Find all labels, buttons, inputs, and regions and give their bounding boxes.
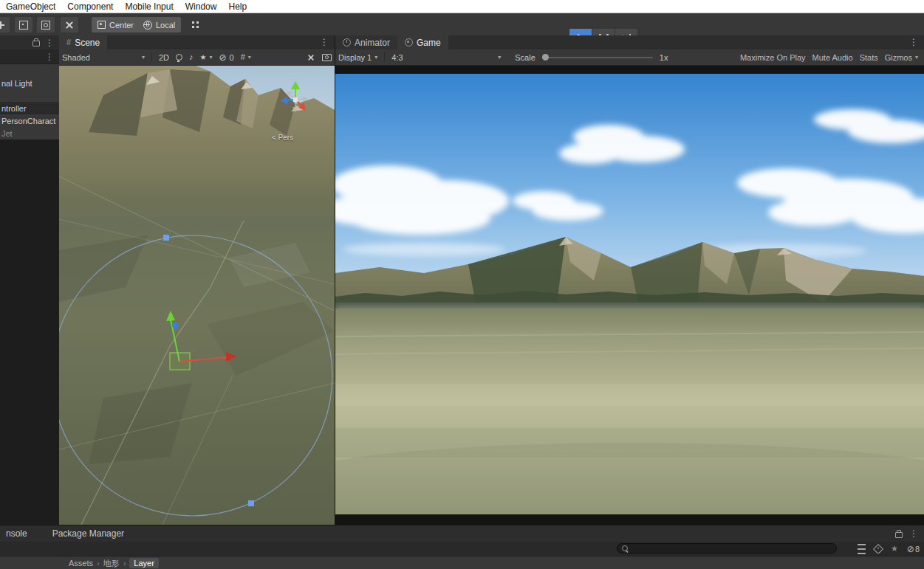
hidden-packages-count: 8 — [915, 545, 920, 554]
breadcrumb-assets[interactable]: Assets — [69, 559, 93, 568]
menu-window[interactable]: Window — [179, 0, 223, 13]
animator-tab-icon — [343, 38, 351, 46]
move-tool-button[interactable] — [0, 17, 10, 32]
breadcrumb-sep-icon: › — [97, 559, 100, 568]
menu-bar: GameObject Component Mobile Input Window… — [0, 0, 924, 13]
tab-animator[interactable]: Animator — [335, 35, 397, 49]
menu-help[interactable]: Help — [222, 0, 253, 13]
globe-icon — [143, 21, 152, 30]
bottom-tabbar: nsole Package Manager ⋮ — [0, 525, 924, 542]
hierarchy-panel: ⋮ ⋮ nal Light ntroller PersonCharact Jet — [0, 35, 60, 525]
hierarchy-empty-area — [0, 139, 59, 525]
gizmos-dropdown[interactable]: Gizmos ▾ — [885, 53, 918, 62]
project-toolbar: ★ ⊘ 8 — [0, 542, 924, 556]
kebab-menu-icon[interactable]: ⋮ — [320, 38, 329, 46]
menu-mobile-input[interactable]: Mobile Input — [119, 0, 179, 13]
breadcrumb: Assets › 地形 › Layer — [0, 556, 924, 569]
search-icon — [622, 545, 628, 551]
lock-icon[interactable] — [895, 532, 903, 538]
chevron-down-icon: ▾ — [498, 55, 501, 61]
kebab-menu-icon[interactable]: ⋮ — [909, 529, 918, 538]
grid-snap-icon — [192, 21, 199, 28]
game-panel: Animator Game ⋮ Display 1 ▾ 4:3 ▾ Scale … — [335, 35, 924, 525]
transform-tool-icon — [41, 21, 50, 30]
favorites-star-icon[interactable]: ★ — [891, 545, 898, 553]
toggle-2d-button[interactable]: 2D — [159, 53, 169, 62]
scene-tools-icon[interactable] — [307, 54, 315, 61]
z-axis-handle[interactable] — [172, 323, 178, 328]
scene-lighting-icon[interactable] — [176, 54, 182, 61]
main-toolbar: Center Local — [0, 13, 924, 36]
move-tool-icon — [0, 21, 4, 29]
transform-tool-button[interactable] — [37, 17, 55, 32]
hidden-packages-toggle[interactable]: ⊘ 8 — [907, 545, 920, 554]
breadcrumb-terrain[interactable]: 地形 — [103, 558, 120, 569]
menu-component[interactable]: Component — [61, 0, 119, 13]
maximize-on-play-toggle[interactable]: Maximize On Play — [740, 53, 806, 62]
stats-toggle[interactable]: Stats — [860, 53, 878, 62]
scene-viewport[interactable]: < Pers — [59, 66, 335, 525]
scene-camera-label: < Pers — [272, 134, 293, 142]
scene-tabbar: # Scene ⋮ — [59, 35, 335, 49]
grid-icon: # — [241, 53, 245, 61]
custom-tool-button[interactable] — [61, 17, 78, 32]
scene-grid-dropdown[interactable]: # ▾ — [241, 53, 251, 61]
effects-icon: ★ — [200, 54, 207, 61]
scale-slider[interactable] — [542, 57, 653, 58]
shading-mode-dropdown[interactable]: Shaded ▾ — [62, 53, 145, 62]
scale-value: 1x — [660, 53, 668, 62]
kebab-menu-icon[interactable]: ⋮ — [45, 38, 54, 47]
gizmos-label: Gizmos — [885, 53, 912, 62]
handle-rotation-toggle-button[interactable]: Local — [137, 17, 181, 32]
game-viewport[interactable] — [335, 66, 924, 525]
pivot-toggle-label: Center — [109, 21, 134, 30]
tab-game[interactable]: Game — [397, 35, 448, 49]
scale-label: Scale — [515, 53, 535, 62]
kebab-menu-icon[interactable]: ⋮ — [909, 38, 918, 46]
eye-off-icon: ⊘ — [219, 53, 227, 62]
mute-audio-toggle[interactable]: Mute Audio — [812, 53, 853, 62]
scene-panel: # Scene ⋮ Shaded ▾ 2D ♪ ★ ▾ ⊘ 0 # ▾ — [59, 35, 335, 525]
hierarchy-header: ⋮ — [0, 35, 59, 49]
list-view-icon[interactable] — [858, 544, 866, 554]
pivot-toggle-button[interactable]: Center — [92, 17, 140, 32]
scene-tab-icon: # — [66, 38, 71, 46]
menu-gameobject[interactable]: GameObject — [0, 0, 61, 13]
scene-audio-icon[interactable]: ♪ — [189, 53, 194, 61]
scene-effects-dropdown[interactable]: ★ ▾ — [200, 54, 213, 61]
kebab-menu-icon[interactable]: ⋮ — [45, 52, 54, 61]
eye-off-icon: ⊘ — [907, 545, 914, 554]
search-by-label-icon[interactable] — [873, 543, 883, 554]
hierarchy-item-jet[interactable]: Jet — [0, 127, 59, 139]
scene-camera-icon[interactable] — [322, 54, 332, 61]
radius-handle-bottom[interactable] — [248, 500, 254, 506]
tab-console[interactable]: nsole — [0, 525, 33, 542]
game-render — [335, 74, 924, 514]
rect-tool-button[interactable] — [15, 17, 32, 32]
radius-handle-top[interactable] — [163, 235, 169, 241]
handle-rotation-label: Local — [156, 21, 175, 30]
game-toolbar: Display 1 ▾ 4:3 ▾ Scale 1x Maximize On P… — [335, 49, 924, 66]
aspect-ratio-label: 4:3 — [391, 53, 403, 62]
display-dropdown[interactable]: Display 1 ▾ — [338, 53, 377, 62]
project-search-input[interactable] — [631, 544, 832, 553]
hierarchy-toolbar: ⋮ — [0, 49, 59, 64]
project-search-field[interactable] — [617, 543, 837, 554]
hierarchy-item-controller[interactable]: ntroller — [0, 102, 59, 114]
hidden-objects-count: 0 — [230, 53, 234, 62]
chevron-down-icon: ▾ — [915, 55, 918, 61]
hierarchy-item-person-character[interactable]: PersonCharact — [0, 114, 59, 127]
tab-scene[interactable]: # Scene — [59, 35, 107, 49]
breadcrumb-layer[interactable]: Layer — [129, 558, 159, 568]
tab-package-manager[interactable]: Package Manager — [47, 525, 130, 542]
scene-toolbar: Shaded ▾ 2D ♪ ★ ▾ ⊘ 0 # ▾ — [59, 49, 335, 66]
hierarchy-item-blank[interactable] — [0, 89, 59, 102]
breadcrumb-sep-icon: › — [123, 559, 126, 568]
scale-slider-thumb[interactable] — [542, 54, 549, 61]
lock-icon[interactable] — [32, 41, 40, 46]
scene-visibility-toggle[interactable]: ⊘ 0 — [219, 53, 234, 62]
chevron-down-icon: ▾ — [248, 55, 251, 61]
hierarchy-item-directional-light[interactable]: nal Light — [0, 77, 59, 89]
aspect-ratio-dropdown[interactable]: 4:3 ▾ — [391, 53, 501, 62]
grid-snap-button[interactable] — [186, 17, 204, 32]
